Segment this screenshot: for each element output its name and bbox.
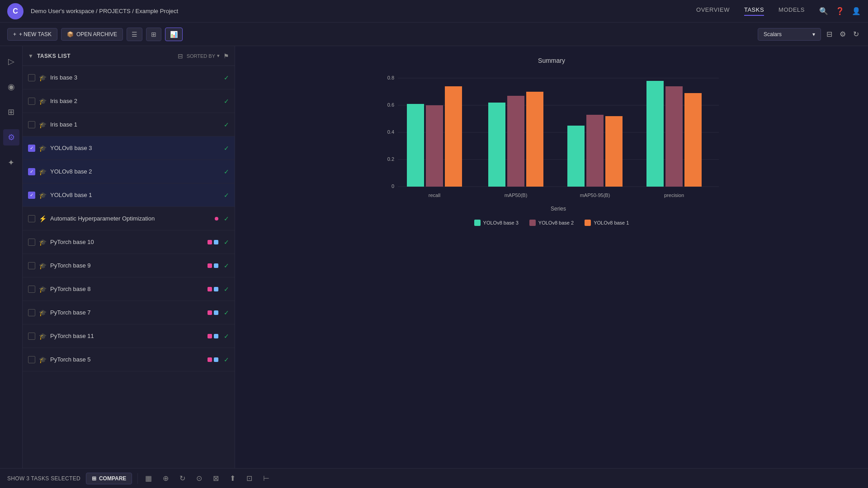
collapse-icon[interactable]: ▼ (28, 53, 33, 59)
stop-icon[interactable]: ⊠ (211, 472, 221, 484)
task-badges (208, 263, 218, 268)
app-logo: C (7, 3, 24, 19)
nav-tasks[interactable]: TASKS (744, 6, 764, 16)
task-item[interactable]: 🎓PyTorch base 10✓ (23, 230, 235, 254)
toolbar: + + NEW TASK 📦 OPEN ARCHIVE ☰ ⊞ 📊 Scalar… (0, 23, 868, 46)
settings-icon[interactable]: ⊟ (178, 52, 183, 60)
nav-pipelines-icon[interactable]: ⊞ (3, 104, 19, 120)
enqueue-icon[interactable]: ▦ (143, 472, 154, 484)
task-checkbox[interactable] (28, 98, 35, 105)
task-type-icon: 🎓 (39, 74, 47, 81)
nav-models-icon[interactable]: ✦ (3, 155, 19, 171)
task-complete-icon: ✓ (224, 356, 229, 363)
compare-button[interactable]: ⊞ COMPARE (86, 473, 132, 484)
history-icon[interactable]: ⊙ (194, 472, 204, 484)
new-task-button[interactable]: + + NEW TASK (7, 28, 57, 41)
task-name-label: PyTorch base 11 (50, 333, 204, 339)
task-checkbox[interactable] (28, 121, 35, 128)
task-item[interactable]: ✓🎓YOLOv8 base 3✓ (23, 136, 235, 160)
badge-blue (214, 240, 218, 244)
badge-pink (208, 310, 212, 315)
task-checkbox[interactable] (28, 286, 35, 293)
badge-pink-dot (215, 217, 218, 221)
svg-text:0.6: 0.6 (387, 102, 394, 108)
task-checkbox[interactable] (28, 262, 35, 269)
task-checkbox[interactable] (28, 215, 35, 222)
tasks-panel: ▼ TASKS LIST ⊟ SORTED BY ▾ ⚑ 🎓Iris base … (23, 46, 235, 468)
task-type-icon: 🎓 (39, 168, 47, 175)
task-checkbox[interactable] (28, 309, 35, 316)
nav-datasets-icon[interactable]: ◉ (3, 79, 19, 95)
tasks-list-title: TASKS LIST (37, 53, 174, 59)
upload-icon[interactable]: ⬆ (228, 472, 237, 484)
task-badges (208, 240, 218, 244)
bottom-actions: ▦ ⊕ ↻ ⊙ ⊠ ⬆ ⊡ ⊢ (143, 472, 271, 484)
nav-models[interactable]: MODELS (778, 6, 805, 16)
divider (137, 473, 138, 484)
task-item[interactable]: 🎓PyTorch base 9✓ (23, 254, 235, 277)
user-icon[interactable]: 👤 (852, 7, 861, 15)
task-badges (215, 217, 218, 221)
task-item[interactable]: 🎓PyTorch base 8✓ (23, 277, 235, 301)
task-type-icon: 🎓 (39, 98, 47, 105)
task-item[interactable]: ⚡Automatic Hyperparameter Optimization✓ (23, 207, 235, 230)
task-type-icon: 🎓 (39, 309, 47, 316)
svg-rect-24 (684, 93, 702, 187)
sort-chevron-icon: ▾ (217, 53, 220, 59)
task-checkbox[interactable]: ✓ (28, 192, 35, 199)
filter-icon[interactable]: ⚑ (223, 52, 229, 60)
settings-sliders-icon[interactable]: ⊟ (825, 28, 834, 40)
svg-rect-23 (665, 86, 683, 187)
svg-text:0: 0 (392, 183, 394, 189)
task-checkbox[interactable] (28, 333, 35, 340)
chart-view-button[interactable]: 📊 (165, 28, 183, 41)
task-item[interactable]: 🎓PyTorch base 5✓ (23, 348, 235, 371)
task-item[interactable]: 🎓PyTorch base 11✓ (23, 324, 235, 348)
task-complete-icon: ✓ (224, 121, 229, 128)
task-item[interactable]: ✓🎓YOLOv8 base 2✓ (23, 160, 235, 183)
task-checkbox[interactable] (28, 356, 35, 363)
task-item[interactable]: 🎓PyTorch base 7✓ (23, 301, 235, 324)
chart-legend: YOLOv8 base 3 YOLOv8 base 2 YOLOv8 base … (246, 220, 857, 226)
task-type-icon: 🎓 (39, 192, 47, 199)
task-checkbox[interactable]: ✓ (28, 145, 35, 152)
task-checkbox[interactable] (28, 74, 35, 81)
tag-icon[interactable]: ⊡ (245, 472, 254, 484)
task-item[interactable]: 🎓Iris base 2✓ (23, 89, 235, 113)
settings-gear-icon[interactable]: ⚙ (838, 28, 848, 40)
svg-text:precision: precision (664, 192, 684, 198)
task-item[interactable]: 🎓Iris base 1✓ (23, 113, 235, 136)
export-icon[interactable]: ⊢ (261, 472, 271, 484)
sorted-by-control[interactable]: SORTED BY ▾ (187, 53, 220, 59)
chart-title: Summary (246, 57, 857, 64)
svg-rect-15 (507, 96, 524, 187)
legend-label-3: YOLOv8 base 1 (594, 220, 629, 225)
task-checkbox[interactable]: ✓ (28, 168, 35, 175)
nav-overview[interactable]: OVERVIEW (696, 6, 730, 16)
tasks-header: ▼ TASKS LIST ⊟ SORTED BY ▾ ⚑ (23, 46, 235, 66)
badge-pink (208, 334, 212, 338)
badge-blue (214, 310, 218, 315)
task-item[interactable]: 🎓Iris base 3✓ (23, 66, 235, 89)
connect-icon[interactable]: ⊕ (161, 472, 170, 484)
scalars-dropdown[interactable]: Scalars ▾ (758, 28, 821, 41)
badge-blue (214, 357, 218, 362)
refresh-icon[interactable]: ↻ (851, 28, 861, 40)
nav-experiments-icon[interactable]: ⚙ (3, 129, 19, 145)
list-view-button[interactable]: ☰ (127, 28, 142, 41)
task-item[interactable]: ✓🎓YOLOv8 base 1✓ (23, 183, 235, 207)
reload-icon[interactable]: ↻ (178, 472, 187, 484)
task-complete-icon: ✓ (224, 215, 229, 222)
task-type-icon: 🎓 (39, 286, 47, 293)
grid-view-button[interactable]: ⊞ (146, 28, 161, 41)
task-checkbox[interactable] (28, 239, 35, 246)
toolbar-right-icons: ⊟ ⚙ ↻ (825, 28, 861, 40)
task-name-label: PyTorch base 9 (50, 262, 204, 269)
selected-info: SHOW 3 TASKS SELECTED (7, 475, 80, 482)
open-archive-button[interactable]: 📦 OPEN ARCHIVE (61, 28, 123, 41)
badge-pink (208, 240, 212, 244)
help-icon[interactable]: ❓ (835, 7, 844, 15)
search-icon[interactable]: 🔍 (819, 7, 828, 15)
nav-tasks-icon[interactable]: ▷ (3, 53, 19, 70)
task-type-icon: 🎓 (39, 333, 47, 340)
